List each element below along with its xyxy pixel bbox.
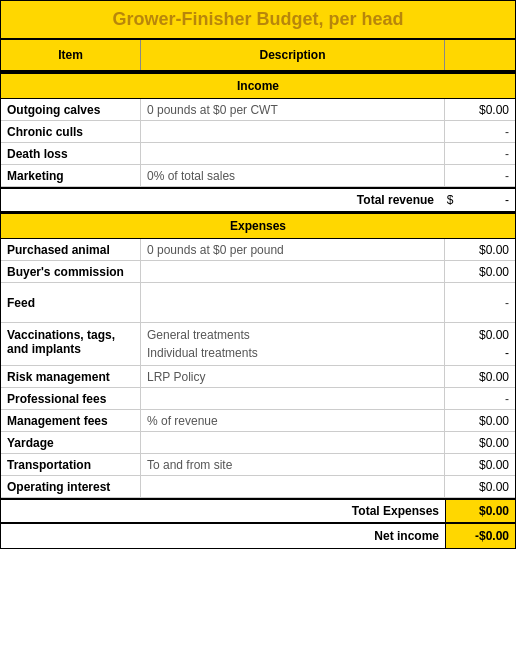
desc-marketing: 0% of total sales	[141, 165, 445, 186]
amount-chronic-culls: -	[445, 121, 515, 142]
desc-yardage	[141, 432, 445, 453]
expense-row-risk-management: Risk management LRP Policy $0.00	[1, 366, 515, 388]
total-revenue-row: Total revenue $ -	[1, 187, 515, 212]
amount-transportation: $0.00	[445, 454, 515, 475]
item-management-fees: Management fees	[1, 410, 141, 431]
amount-professional-fees: -	[445, 388, 515, 409]
total-revenue-amount: -	[460, 189, 515, 211]
total-revenue-label: Total revenue	[320, 189, 440, 211]
amount-management-fees: $0.00	[445, 410, 515, 431]
desc-death-loss	[141, 143, 445, 164]
header-item: Item	[1, 40, 141, 70]
desc-operating-interest	[141, 476, 445, 497]
amount-buyers-commission: $0.00	[445, 261, 515, 282]
amount-death-loss: -	[445, 143, 515, 164]
item-chronic-culls: Chronic culls	[1, 121, 141, 142]
item-buyers-commission: Buyer's commission	[1, 261, 141, 282]
desc-buyers-commission	[141, 261, 445, 282]
amount-marketing: -	[445, 165, 515, 186]
amount-yardage: $0.00	[445, 432, 515, 453]
header-amount	[445, 40, 515, 70]
desc-vaccinations-general: General treatments	[147, 326, 438, 344]
desc-outgoing-calves: 0 pounds at $0 per CWT	[141, 99, 445, 120]
desc-purchased-animal: 0 pounds at $0 per pound	[141, 239, 445, 260]
item-risk-management: Risk management	[1, 366, 141, 387]
expense-row-yardage: Yardage $0.00	[1, 432, 515, 454]
amount-risk-management: $0.00	[445, 366, 515, 387]
amount-outgoing-calves: $0.00	[445, 99, 515, 120]
expense-row-professional-fees: Professional fees -	[1, 388, 515, 410]
desc-professional-fees	[141, 388, 445, 409]
desc-transportation: To and from site	[141, 454, 445, 475]
expense-row-management-fees: Management fees % of revenue $0.00	[1, 410, 515, 432]
item-death-loss: Death loss	[1, 143, 141, 164]
desc-vaccinations-individual: Individual treatments	[147, 344, 438, 362]
item-vaccinations: Vaccinations, tags, and implants	[1, 323, 141, 365]
item-operating-interest: Operating interest	[1, 476, 141, 497]
item-outgoing-calves: Outgoing calves	[1, 99, 141, 120]
item-marketing: Marketing	[1, 165, 141, 186]
expenses-section-header: Expenses	[1, 212, 515, 239]
expense-row-operating-interest: Operating interest $0.00	[1, 476, 515, 498]
income-row-death-loss: Death loss -	[1, 143, 515, 165]
desc-management-fees: % of revenue	[141, 410, 445, 431]
net-income-label: Net income	[315, 524, 445, 548]
net-income-row: Net income -$0.00	[1, 522, 515, 548]
income-row-outgoing-calves: Outgoing calves 0 pounds at $0 per CWT $…	[1, 99, 515, 121]
desc-chronic-culls	[141, 121, 445, 142]
expense-row-transportation: Transportation To and from site $0.00	[1, 454, 515, 476]
desc-vaccinations: General treatments Individual treatments	[141, 323, 445, 365]
total-expenses-label: Total Expenses	[315, 500, 445, 522]
table-header: Item Description	[1, 40, 515, 72]
desc-feed	[141, 283, 445, 322]
expense-row-buyers-commission: Buyer's commission $0.00	[1, 261, 515, 283]
item-purchased-animal: Purchased animal	[1, 239, 141, 260]
budget-table: Grower-Finisher Budget, per head Item De…	[0, 0, 516, 549]
income-section-header: Income	[1, 72, 515, 99]
amount-vaccinations-individual: -	[505, 344, 509, 362]
expense-row-vaccinations: Vaccinations, tags, and implants General…	[1, 323, 515, 366]
page-title: Grower-Finisher Budget, per head	[1, 1, 515, 40]
total-revenue-dollar: $	[440, 189, 460, 211]
expense-row-purchased-animal: Purchased animal 0 pounds at $0 per poun…	[1, 239, 515, 261]
item-yardage: Yardage	[1, 432, 141, 453]
item-professional-fees: Professional fees	[1, 388, 141, 409]
net-income-amount: -$0.00	[445, 524, 515, 548]
expense-row-feed: Feed -	[1, 283, 515, 323]
amounts-vaccinations: $0.00 -	[445, 323, 515, 365]
amount-operating-interest: $0.00	[445, 476, 515, 497]
income-row-chronic-culls: Chronic culls -	[1, 121, 515, 143]
total-expenses-amount: $0.00	[445, 500, 515, 522]
amount-vaccinations-general: $0.00	[479, 326, 509, 344]
total-expenses-row: Total Expenses $0.00	[1, 498, 515, 522]
item-transportation: Transportation	[1, 454, 141, 475]
header-description: Description	[141, 40, 445, 70]
amount-purchased-animal: $0.00	[445, 239, 515, 260]
item-feed: Feed	[1, 283, 141, 322]
desc-risk-management: LRP Policy	[141, 366, 445, 387]
amount-feed: -	[445, 283, 515, 322]
income-row-marketing: Marketing 0% of total sales -	[1, 165, 515, 187]
